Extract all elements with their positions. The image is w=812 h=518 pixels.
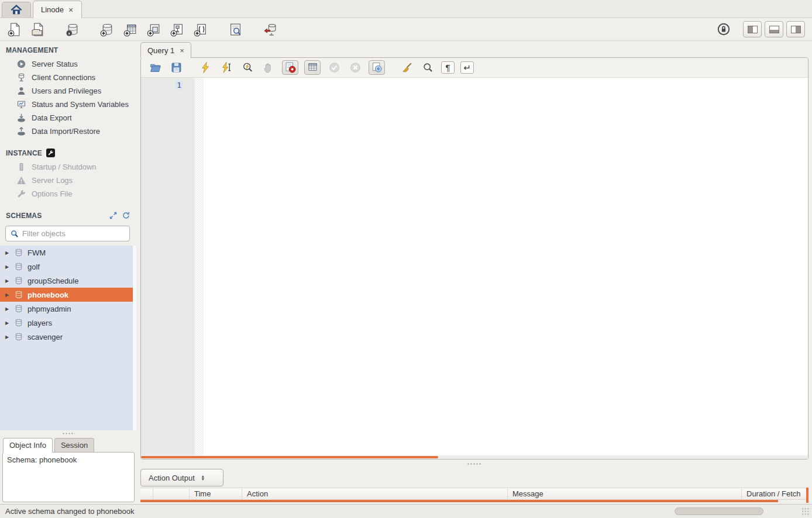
schema-filter-input[interactable] — [22, 229, 125, 238]
column-duration-fetch[interactable]: Duration / Fetch — [742, 488, 808, 499]
expander-icon[interactable]: ▶ — [4, 292, 10, 298]
sidebar-item-label: Data Export — [32, 113, 72, 122]
output-hscrollbar-thumb[interactable] — [140, 500, 778, 502]
sidebar-item-client-connections[interactable]: Client Connections — [0, 71, 136, 84]
object-info-text: Schema: phonebook — [7, 455, 77, 464]
toggle-output-panel-button[interactable] — [765, 21, 783, 37]
expand-schemas-icon[interactable] — [109, 211, 118, 220]
create-table-button[interactable] — [123, 22, 139, 37]
toggle-invisible-characters-button[interactable]: ¶ — [441, 61, 455, 74]
limit-rows-button[interactable] — [304, 60, 321, 75]
connection-tab-linode[interactable]: Linode × — [33, 1, 82, 18]
sidebar-item-server-status[interactable]: Server Status — [0, 57, 136, 71]
instance-config-wrench-icon[interactable] — [46, 149, 55, 157]
sidebar-item-data-export[interactable]: Data Export — [0, 111, 136, 125]
schema-row-golf[interactable]: ▶ golf — [0, 260, 136, 274]
column-label: Time — [194, 489, 211, 498]
mysql-workbench-window: Linode × MANAGEMENT — [0, 0, 812, 518]
output-hscrollbar — [140, 500, 808, 503]
output-type-select[interactable]: Action Output ▴ ▾ — [140, 469, 223, 486]
close-connection-tab-icon[interactable]: × — [68, 6, 74, 14]
open-script-button[interactable] — [147, 60, 163, 75]
query-tab-1[interactable]: Query 1 × — [140, 42, 191, 58]
save-script-button[interactable] — [168, 60, 184, 75]
object-info-panel: Schema: phonebook — [2, 452, 135, 502]
editor-output-splitter[interactable] — [140, 460, 808, 468]
query-tabbar: Query 1 × — [140, 41, 808, 57]
schema-row-fwm[interactable]: ▶ FWM — [0, 246, 136, 260]
sql-text-area[interactable] — [204, 78, 808, 455]
beautify-sql-button[interactable] — [399, 60, 414, 75]
expander-icon[interactable]: ▶ — [4, 320, 10, 326]
tab-session[interactable]: Session — [54, 438, 94, 452]
expander-icon[interactable]: ▶ — [4, 264, 10, 270]
tab-object-info[interactable]: Object Info — [3, 438, 53, 453]
column-status-icon[interactable] — [140, 488, 153, 499]
explain-plan-button[interactable] — [240, 60, 255, 75]
expander-icon[interactable]: ▶ — [4, 278, 10, 284]
sidebar-item-users-privileges[interactable]: Users and Privileges — [0, 84, 136, 98]
schema-icon — [14, 290, 23, 299]
connection-lock-status-icon[interactable] — [717, 22, 731, 36]
startup-shutdown-icon — [16, 162, 26, 172]
create-function-button[interactable] — [193, 22, 209, 37]
schema-row-phpmyadmin[interactable]: ▶ phpmyadmin — [0, 302, 136, 316]
sidebar-info-splitter[interactable] — [0, 430, 136, 436]
output-vscrollbar-thumb[interactable] — [806, 488, 808, 503]
execute-query-button[interactable] — [198, 60, 213, 75]
sidebar-item-label: Client Connections — [32, 73, 95, 82]
left-panel-icon — [748, 26, 758, 33]
sidebar-item-status-system-variables[interactable]: Status and System Variables — [0, 98, 136, 111]
create-procedure-button[interactable] — [170, 22, 185, 37]
sidebar-item-startup-shutdown[interactable]: Startup / Shutdown — [0, 160, 136, 174]
section-gap — [0, 138, 136, 143]
database-migration-button[interactable] — [262, 22, 278, 37]
toggle-word-wrap-button[interactable]: ↵ — [460, 61, 474, 74]
schema-row-players[interactable]: ▶ players — [0, 316, 136, 330]
sidebar-item-options-file[interactable]: Options File — [0, 187, 136, 201]
sidebar-item-data-import[interactable]: Data Import/Restore — [0, 125, 136, 138]
line-number-gutter: 1 — [141, 78, 195, 455]
schema-row-phonebook-selected[interactable]: ▶ phonebook — [0, 288, 136, 302]
create-view-button[interactable] — [146, 22, 162, 37]
toggle-sidebar-panel-button[interactable] — [743, 21, 762, 37]
statusbar-scrollbar-thumb[interactable] — [675, 507, 763, 515]
toggle-autocommit-button[interactable] — [369, 60, 385, 75]
column-time[interactable]: Time — [190, 488, 242, 499]
sidebar-item-server-logs[interactable]: Server Logs — [0, 174, 136, 187]
toggle-stop-on-error-button[interactable] — [282, 60, 298, 75]
window-resize-grip[interactable] — [801, 507, 810, 516]
column-index[interactable] — [153, 488, 190, 499]
editor-hscrollbar-thumb[interactable] — [141, 456, 438, 458]
column-message[interactable]: Message — [508, 488, 742, 499]
home-icon — [10, 4, 23, 16]
output-type-label: Action Output — [149, 474, 195, 482]
execute-current-statement-button[interactable] — [219, 60, 234, 75]
info-tabbar: Object Info Session — [0, 436, 136, 452]
open-sql-file-button[interactable] — [30, 22, 46, 37]
stop-query-button[interactable] — [261, 60, 276, 75]
commit-button[interactable] — [326, 60, 342, 75]
search-table-data-button[interactable] — [228, 22, 243, 37]
rollback-button[interactable] — [347, 60, 363, 75]
toggle-secondary-sidebar-button[interactable] — [786, 21, 805, 37]
expander-icon[interactable]: ▶ — [4, 306, 10, 312]
schema-icon — [14, 332, 23, 341]
new-query-tab-button[interactable] — [7, 22, 23, 37]
expander-icon[interactable]: ▶ — [4, 334, 10, 340]
refresh-schemas-icon[interactable] — [122, 211, 130, 220]
schema-list-scrollbar[interactable] — [133, 246, 136, 430]
schema-row-groupschedule[interactable]: ▶ groupSchedule — [0, 274, 136, 288]
schema-inspector-button[interactable] — [65, 22, 81, 37]
column-action[interactable]: Action — [242, 488, 508, 499]
sidebar-splitter[interactable] — [136, 41, 140, 504]
schema-row-scavenger[interactable]: ▶ scavenger — [0, 330, 136, 344]
sidebar-item-label: Users and Privileges — [32, 87, 101, 95]
close-query-tab-icon[interactable]: × — [180, 46, 184, 55]
find-button[interactable] — [420, 60, 435, 75]
expander-icon[interactable]: ▶ — [4, 250, 10, 255]
schemas-section-header: SCHEMAS — [0, 206, 136, 223]
create-schema-button[interactable] — [99, 22, 115, 37]
home-tab[interactable] — [2, 2, 31, 18]
output-toolbar: Action Output ▴ ▾ — [140, 468, 808, 488]
